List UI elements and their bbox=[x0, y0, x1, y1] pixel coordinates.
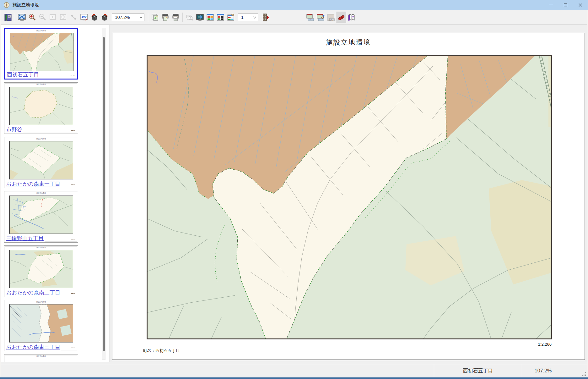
resize-grip[interactable] bbox=[581, 371, 586, 376]
map-preview[interactable] bbox=[147, 55, 552, 339]
presentation-button[interactable] bbox=[195, 12, 205, 23]
print-preview-icon bbox=[185, 13, 194, 22]
thumbnail-ichinoya[interactable]: 施設立地環境 市野谷 bbox=[4, 82, 78, 134]
copy-pages-icon bbox=[151, 13, 159, 22]
thumbnail-scale-mark bbox=[71, 239, 75, 239]
help-book-icon: ? bbox=[347, 13, 356, 22]
continuous-pages-button[interactable] bbox=[260, 12, 270, 23]
thumbnail-map bbox=[10, 33, 74, 71]
thumbnail-mini-title: 施設立地環境 bbox=[4, 192, 78, 194]
minimize-button[interactable] bbox=[543, 0, 558, 10]
map-sheet-hand-icon bbox=[316, 13, 325, 22]
actual-size-button[interactable]: 100 ✕ bbox=[79, 12, 89, 23]
thumbnail-otakanomori-higashi-3[interactable]: 施設立地環境 おおたかの森東三丁目 bbox=[4, 300, 78, 351]
thumbnail-scale-mark bbox=[71, 75, 74, 76]
map-sheet-icon bbox=[306, 13, 315, 22]
thumbnail-map bbox=[9, 304, 73, 343]
print-preview-button[interactable] bbox=[184, 12, 195, 23]
help-button[interactable]: ? bbox=[346, 12, 357, 23]
thumbnail-label: おおたかの森東一丁目 bbox=[5, 181, 61, 187]
thumbnail-label: おおたかの森南二丁目 bbox=[5, 290, 61, 296]
page-title: 施設立地環境 bbox=[112, 38, 585, 47]
toolbar: 100 ✕ 107.2% bbox=[0, 10, 588, 25]
svg-text:✕: ✕ bbox=[85, 18, 87, 21]
fit-to-window-button[interactable] bbox=[17, 12, 27, 23]
rotate-left-icon bbox=[90, 13, 99, 22]
fit-to-window-icon bbox=[18, 13, 26, 22]
status-area-name: 西初石五丁目 bbox=[434, 364, 522, 377]
thumbnail-miwanoyama-5[interactable]: 施設立地環境 bbox=[4, 191, 78, 243]
tile-windows-brush-icon bbox=[227, 13, 235, 22]
toolbar-separator bbox=[182, 13, 183, 22]
close-icon bbox=[578, 3, 583, 7]
zoom-window-button[interactable] bbox=[48, 12, 58, 23]
map-sheet-button[interactable] bbox=[305, 12, 315, 23]
thumbnail-mini-title: 施設立地環境 bbox=[4, 355, 78, 357]
zoom-in-button[interactable] bbox=[27, 12, 37, 23]
app-icon bbox=[3, 2, 10, 8]
copy-image-button[interactable] bbox=[150, 12, 160, 23]
window-title: 施設立地環境 bbox=[13, 2, 39, 8]
thumbnail-nishihatsuishi-5[interactable]: 施設立地環境 bbox=[4, 28, 78, 80]
thumbnail-map bbox=[9, 141, 73, 179]
tile-windows-detail-icon bbox=[216, 13, 225, 22]
print-setup-button[interactable] bbox=[160, 12, 170, 23]
monitor-arrow-icon bbox=[196, 13, 204, 22]
tile-maps-style-button[interactable] bbox=[226, 12, 236, 23]
thumbnail-label: 西初石五丁目 bbox=[6, 72, 40, 78]
svg-text:ステ: ステ bbox=[330, 19, 334, 21]
town-name-label: 町名：西初石五丁目 bbox=[143, 348, 180, 354]
content-area: 施設立地環境 bbox=[1, 25, 587, 362]
zoom-level-value: 107.2% bbox=[115, 15, 130, 20]
thumbnail-map bbox=[9, 87, 73, 125]
save-memo-icon bbox=[4, 13, 12, 22]
thumbnail-mini-title: 施設立地環境 bbox=[4, 247, 78, 248]
minimize-icon bbox=[549, 5, 553, 5]
toolbar-separator bbox=[15, 13, 15, 22]
status-panel-button[interactable]: ステ bbox=[326, 12, 336, 23]
scrollbar-thumb[interactable] bbox=[103, 37, 105, 351]
rotate-left-button[interactable] bbox=[89, 12, 100, 23]
zoom-100-icon: 100 ✕ bbox=[80, 13, 89, 22]
app-window: 施設立地環境 bbox=[0, 0, 588, 379]
status-bar: 西初石五丁目 107.2% bbox=[1, 364, 587, 377]
rotate-right-button[interactable] bbox=[100, 12, 110, 23]
printer-icon bbox=[171, 13, 180, 22]
eraser-icon bbox=[337, 13, 346, 22]
thumbnail-next-partial[interactable]: 施設立地環境 bbox=[4, 354, 78, 362]
pan-icon bbox=[59, 13, 67, 22]
zoom-out-button[interactable] bbox=[37, 12, 48, 23]
thumbnail-otakanomori-minami-2[interactable]: 施設立地環境 bbox=[4, 245, 78, 297]
status-zoom-level: 107.2% bbox=[522, 364, 564, 377]
map-canvas bbox=[147, 55, 552, 339]
map-sheet-select-button[interactable] bbox=[315, 12, 326, 23]
close-button[interactable] bbox=[573, 0, 588, 10]
select-mode-button[interactable] bbox=[68, 12, 79, 23]
thumbnail-label: 三輪野山五丁目 bbox=[5, 235, 45, 242]
thumbnail-scale-mark bbox=[71, 184, 75, 185]
preview-pane: 施設立地環境 bbox=[110, 25, 587, 362]
thumbnail-mini-title: 施設立地環境 bbox=[4, 84, 78, 85]
report-page: 施設立地環境 bbox=[112, 33, 585, 360]
toolbar-separator bbox=[148, 13, 148, 22]
sidebar-scrollbar[interactable] bbox=[102, 28, 105, 360]
thumbnail-otakanomori-higashi-1[interactable]: 施設立地環境 bbox=[4, 137, 78, 188]
zoom-in-icon bbox=[28, 13, 36, 22]
maximize-button[interactable] bbox=[558, 0, 573, 10]
print-button[interactable] bbox=[170, 12, 181, 23]
status-panel-icon: ステ bbox=[326, 13, 335, 22]
tile-maps-detail-button[interactable] bbox=[215, 12, 226, 23]
rotate-right-icon bbox=[100, 13, 109, 22]
zoom-level-combobox[interactable]: 107.2% bbox=[112, 14, 144, 21]
page-number-combobox[interactable]: 1 bbox=[238, 14, 258, 21]
pan-view-button[interactable] bbox=[58, 12, 68, 23]
tile-windows-icon bbox=[206, 13, 214, 22]
eraser-tool-button[interactable] bbox=[336, 12, 346, 23]
tile-maps-button[interactable] bbox=[205, 12, 215, 23]
thumbnail-mini-title: 施設立地環境 bbox=[5, 30, 77, 31]
save-report-button[interactable] bbox=[3, 12, 13, 23]
svg-text:?: ? bbox=[352, 15, 354, 19]
thumbnail-label: 市野谷 bbox=[5, 127, 23, 133]
select-arrow-icon bbox=[69, 13, 78, 22]
zoom-window-icon bbox=[49, 13, 57, 22]
